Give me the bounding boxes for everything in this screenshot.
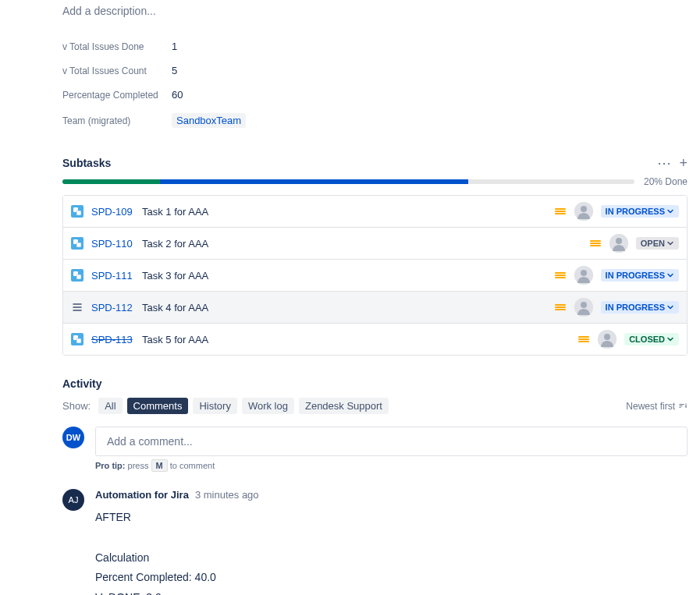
table-row[interactable]: SPD-113Task 5 for AAACLOSED bbox=[63, 324, 687, 355]
chevron-down-icon bbox=[666, 207, 674, 215]
svg-point-4 bbox=[581, 206, 587, 212]
tab-comments[interactable]: Comments bbox=[127, 398, 189, 414]
svg-rect-7 bbox=[76, 243, 81, 247]
comment-input-row: DW Add a comment... bbox=[62, 427, 688, 456]
status-badge[interactable]: IN PROGRESS bbox=[601, 301, 679, 313]
issue-type-icon bbox=[71, 301, 84, 313]
assignee-avatar[interactable] bbox=[574, 298, 593, 317]
svg-rect-20 bbox=[76, 338, 81, 343]
status-badge[interactable]: IN PROGRESS bbox=[601, 205, 679, 218]
issue-summary: Task 4 for AAA bbox=[142, 302, 546, 313]
svg-point-9 bbox=[616, 238, 622, 244]
field-row: v Total Issues Count5 bbox=[62, 58, 688, 83]
subtasks-progress: 20% Done bbox=[62, 176, 688, 187]
subtasks-title: Subtasks bbox=[62, 157, 111, 169]
field-value: 5 bbox=[172, 65, 177, 76]
avatar: DW bbox=[62, 427, 84, 448]
table-row[interactable]: SPD-109Task 1 for AAAIN PROGRESS bbox=[63, 196, 687, 228]
field-label: Team (migrated) bbox=[62, 115, 172, 126]
chevron-down-icon bbox=[666, 335, 674, 343]
pro-tip: Pro tip: press M to comment bbox=[95, 461, 688, 470]
chevron-down-icon bbox=[666, 271, 674, 279]
field-label: Percentage Completed bbox=[62, 90, 172, 101]
table-row[interactable]: SPD-110Task 2 for AAAOPEN bbox=[63, 228, 687, 260]
issue-key[interactable]: SPD-111 bbox=[91, 270, 134, 282]
tab-history[interactable]: History bbox=[193, 398, 236, 414]
more-icon[interactable]: ⋯ bbox=[657, 156, 671, 170]
field-value: 1 bbox=[172, 41, 177, 52]
assignee-avatar[interactable] bbox=[574, 266, 593, 285]
comment-body: AFTER CalculationPercent Completed: 40.0… bbox=[95, 508, 688, 595]
issue-key[interactable]: SPD-113 bbox=[91, 334, 134, 345]
progress-label: 20% Done bbox=[644, 176, 688, 187]
comment-author[interactable]: Automation for Jira bbox=[95, 489, 189, 501]
assignee-avatar[interactable] bbox=[609, 234, 628, 253]
field-value[interactable]: SandboxTeam bbox=[172, 113, 246, 128]
field-row: Team (migrated)SandboxTeam bbox=[62, 107, 688, 134]
priority-icon bbox=[577, 333, 590, 345]
issue-type-icon bbox=[71, 205, 84, 218]
issue-key[interactable]: SPD-110 bbox=[91, 238, 134, 250]
chevron-down-icon bbox=[666, 239, 674, 247]
issue-summary: Task 3 for AAA bbox=[142, 270, 546, 282]
table-row[interactable]: SPD-112Task 4 for AAAIN PROGRESS bbox=[63, 292, 687, 324]
status-badge[interactable]: IN PROGRESS bbox=[601, 269, 679, 282]
svg-point-17 bbox=[581, 302, 587, 308]
issue-type-icon bbox=[71, 333, 84, 345]
field-value: 60 bbox=[172, 89, 183, 101]
issue-summary: Task 1 for AAA bbox=[142, 206, 546, 218]
description-field[interactable]: Add a description... bbox=[62, 0, 688, 22]
priority-icon bbox=[554, 301, 567, 313]
avatar: AJ bbox=[62, 489, 84, 511]
priority-icon bbox=[589, 237, 602, 250]
chevron-down-icon bbox=[666, 303, 674, 311]
add-subtask-icon[interactable]: + bbox=[679, 156, 688, 170]
tab-work-log[interactable]: Work log bbox=[242, 398, 294, 414]
activity-title: Activity bbox=[62, 377, 688, 390]
issue-type-icon bbox=[71, 237, 84, 250]
priority-icon bbox=[554, 269, 567, 282]
status-badge[interactable]: CLOSED bbox=[624, 333, 679, 345]
issue-summary: Task 2 for AAA bbox=[142, 238, 581, 250]
activity-filter-row: Show: AllCommentsHistoryWork logZendesk … bbox=[62, 398, 688, 414]
show-label: Show: bbox=[62, 400, 91, 412]
field-row: v Total Issues Done1 bbox=[62, 34, 688, 58]
comment-header: Automation for Jira3 minutes ago bbox=[95, 489, 688, 501]
assignee-avatar[interactable] bbox=[574, 202, 593, 221]
comment: AJAutomation for Jira3 minutes agoAFTER … bbox=[62, 489, 688, 595]
status-badge[interactable]: OPEN bbox=[636, 237, 679, 250]
issue-type-icon bbox=[71, 269, 84, 282]
tab-zendesk-support[interactable]: Zendesk Support bbox=[299, 398, 389, 414]
issue-summary: Task 5 for AAA bbox=[142, 334, 570, 345]
svg-rect-2 bbox=[76, 211, 81, 215]
field-label: v Total Issues Done bbox=[62, 41, 172, 52]
table-row[interactable]: SPD-111Task 3 for AAAIN PROGRESS bbox=[63, 260, 687, 292]
svg-point-22 bbox=[604, 334, 610, 340]
progress-bar bbox=[62, 179, 634, 184]
subtasks-header: Subtasks ⋯ + bbox=[62, 156, 688, 170]
field-label: v Total Issues Count bbox=[62, 66, 172, 76]
comment-input[interactable]: Add a comment... bbox=[95, 427, 688, 456]
sort-order[interactable]: Newest first bbox=[626, 401, 688, 412]
issue-key[interactable]: SPD-109 bbox=[91, 206, 134, 218]
subtask-list: SPD-109Task 1 for AAAIN PROGRESSSPD-110T… bbox=[62, 195, 688, 356]
custom-fields: v Total Issues Done1v Total Issues Count… bbox=[62, 34, 688, 134]
issue-key[interactable]: SPD-112 bbox=[91, 302, 134, 313]
comment-timestamp: 3 minutes ago bbox=[195, 489, 259, 501]
field-row: Percentage Completed60 bbox=[62, 83, 688, 107]
tab-all[interactable]: All bbox=[98, 398, 122, 414]
svg-point-14 bbox=[581, 270, 587, 276]
svg-rect-12 bbox=[76, 274, 81, 279]
priority-icon bbox=[554, 205, 567, 218]
assignee-avatar[interactable] bbox=[598, 330, 616, 349]
